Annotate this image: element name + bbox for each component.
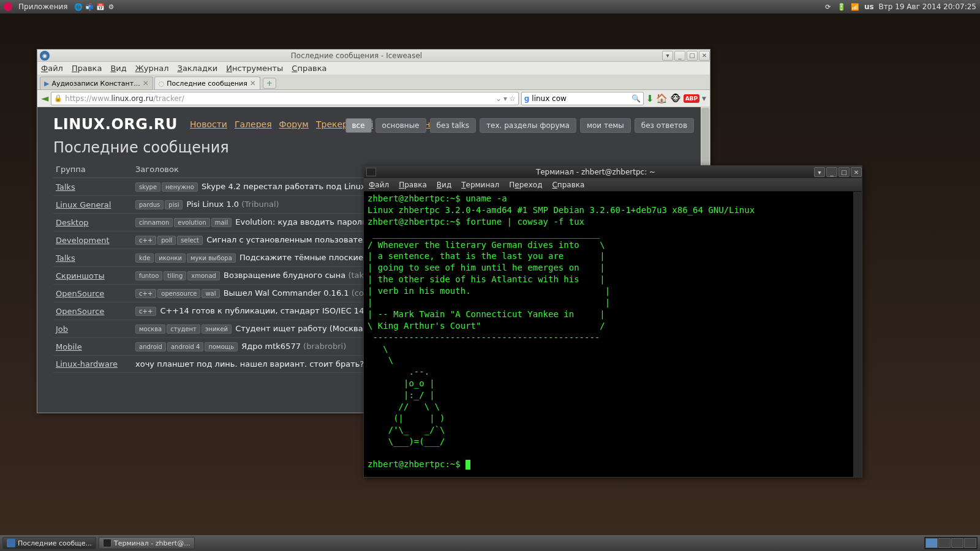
workspace-3[interactable] (951, 538, 963, 548)
calendar-icon[interactable]: 📅 (96, 2, 105, 11)
topic-link[interactable]: C++14 готов к публикации, стандарт ISO/I… (157, 306, 374, 315)
topic-link[interactable]: Skype 4.2 перестал работать под Linux (199, 182, 366, 191)
tag-badge[interactable]: студент (167, 324, 200, 334)
group-link[interactable]: Job (56, 324, 68, 334)
tag-badge[interactable]: эникей (202, 324, 232, 334)
reader-icon[interactable]: ▾ (503, 94, 507, 103)
nav-tracker[interactable]: Трекер (316, 119, 348, 129)
menu-bookmarks[interactable]: Закладки (178, 64, 218, 73)
group-link[interactable]: Desktop (56, 218, 89, 227)
download-icon[interactable]: ⬇ (646, 93, 654, 104)
tag-badge[interactable]: android (135, 342, 166, 351)
group-link[interactable]: Linux-hardware (56, 359, 118, 369)
greasemonkey-icon[interactable]: 🐵 (670, 93, 680, 104)
filter-tech-button[interactable]: тех. разделы форума (480, 118, 576, 133)
tag-badge[interactable]: помощь (205, 342, 238, 351)
window-maximize-button[interactable]: □ (687, 51, 698, 61)
site-logo[interactable]: LINUX.ORG.RU (53, 116, 178, 133)
topic-link[interactable]: Pisi Linux 1.0 (184, 200, 241, 209)
topic-link[interactable]: Evolution: куда вводить пароль (233, 217, 367, 227)
window-close-button[interactable]: ✕ (699, 51, 710, 61)
tag-badge[interactable]: cinnamon (135, 218, 173, 227)
tag-badge[interactable]: pardus (135, 200, 164, 209)
term-menu-go[interactable]: Переход (509, 181, 542, 189)
group-link[interactable]: OpenSource (56, 289, 104, 298)
applications-menu[interactable]: Приложения (15, 2, 72, 11)
filter-main-button[interactable]: основные (375, 118, 426, 133)
menu-tools[interactable]: Инструменты (226, 64, 283, 73)
search-go-icon[interactable]: 🔍 (631, 94, 641, 103)
term-menu-edit[interactable]: Правка (399, 181, 427, 189)
tag-badge[interactable]: select (177, 236, 203, 245)
terminal-minimize-button[interactable]: _ (826, 167, 837, 177)
group-link[interactable]: Development (56, 236, 110, 245)
tag-badge[interactable]: kde (135, 253, 154, 263)
menu-file[interactable]: Файл (41, 64, 63, 73)
tag-badge[interactable]: муки выбора (187, 253, 236, 263)
tab-close-icon[interactable]: ✕ (250, 79, 256, 88)
terminal-scrollbar[interactable] (853, 192, 862, 477)
nav-forum[interactable]: Форум (279, 119, 309, 129)
term-menu-help[interactable]: Справка (552, 181, 584, 189)
tag-badge[interactable]: funtoo (135, 271, 162, 280)
workspace-4[interactable] (964, 538, 976, 548)
topic-link[interactable]: Ядро mtk6577 (239, 342, 303, 351)
tag-badge[interactable]: pisi (165, 200, 183, 209)
workspace-2[interactable] (938, 538, 951, 548)
back-button[interactable]: ◄ (41, 92, 48, 104)
new-tab-button[interactable]: + (263, 78, 276, 89)
tag-badge[interactable]: c++ (135, 289, 156, 298)
filter-mytopics-button[interactable]: мои темы (580, 118, 631, 133)
group-link[interactable]: OpenSource (56, 307, 104, 316)
keyboard-layout-indicator[interactable]: us (864, 2, 874, 11)
menu-help[interactable]: Справка (292, 64, 326, 73)
filter-noanswers-button[interactable]: без ответов (635, 118, 694, 133)
window-menu-button[interactable]: ▾ (662, 51, 673, 61)
topic-link[interactable]: Подскажите тёмные плоские и (237, 253, 371, 262)
clock[interactable]: Втр 19 Авг 2014 20:07:25 (879, 2, 976, 11)
adblock-icon[interactable]: ABP (684, 94, 699, 103)
topic-link[interactable]: Вышел Wal Commander 0.16.1 (221, 288, 352, 298)
term-menu-file[interactable]: Файл (369, 181, 389, 189)
browser-tab[interactable]: ▶ Аудиозаписи Констант... ✕ (40, 77, 153, 89)
tag-badge[interactable]: ненужно (162, 182, 198, 192)
globe-icon[interactable]: 🌐 (74, 2, 83, 11)
nav-gallery[interactable]: Галерея (235, 119, 272, 129)
terminal-body[interactable]: zhbert@zhbertpc:~$ uname -a Linux zhbert… (364, 192, 862, 477)
group-link[interactable]: Скриншоты (56, 271, 105, 280)
tag-badge[interactable]: android 4 (167, 342, 204, 351)
search-input[interactable]: g linux cow 🔍 (521, 92, 644, 105)
term-menu-terminal[interactable]: Терминал (461, 181, 499, 189)
settings-icon[interactable]: ⚙ (107, 2, 116, 11)
terminal-maximize-button[interactable]: □ (839, 167, 850, 177)
url-input[interactable]: 🔒 https://www.linux.org.ru/tracker/ ⌄ ▾ … (51, 92, 518, 105)
term-menu-view[interactable]: Вид (437, 181, 451, 189)
nav-news[interactable]: Новости (190, 119, 227, 129)
terminal-ontop-button[interactable]: ▾ (814, 167, 825, 177)
tag-badge[interactable]: skype (135, 182, 160, 192)
battery-icon[interactable]: 🔋 (837, 2, 846, 11)
topic-link[interactable]: Возвращение блудного сына (221, 271, 349, 280)
workspace-1[interactable] (925, 538, 938, 548)
filter-all-button[interactable]: все (345, 118, 372, 133)
tag-badge[interactable]: c++ (135, 236, 156, 245)
tag-badge[interactable]: tiling (164, 271, 186, 280)
mail-icon[interactable]: 📬 (85, 2, 94, 11)
group-link[interactable]: Talks (56, 182, 75, 192)
network-icon[interactable]: 📶 (851, 2, 859, 11)
workspace-pager[interactable] (924, 537, 978, 549)
updates-icon[interactable]: ⟳ (824, 2, 832, 11)
tab-close-icon[interactable]: ✕ (143, 79, 149, 88)
group-link[interactable]: Mobile (56, 342, 82, 351)
group-link[interactable]: Linux General (56, 200, 111, 209)
taskbar-button-terminal[interactable]: Терминал - zhbert@... (99, 537, 195, 549)
terminal-titlebar[interactable]: Терминал - zhbert@zhbertpc: ~ ▾ _ □ ✕ (364, 166, 862, 178)
abp-dropdown-icon[interactable]: ▼ (702, 96, 706, 102)
tag-badge[interactable]: mail (211, 218, 232, 227)
window-minimize-button[interactable]: _ (674, 51, 685, 61)
group-link[interactable]: Talks (56, 253, 75, 263)
feed-icon[interactable]: ⌄ (496, 94, 502, 103)
tag-badge[interactable]: poll (157, 236, 176, 245)
tag-badge[interactable]: evolution (174, 218, 209, 227)
tag-badge[interactable]: wal (202, 289, 219, 298)
